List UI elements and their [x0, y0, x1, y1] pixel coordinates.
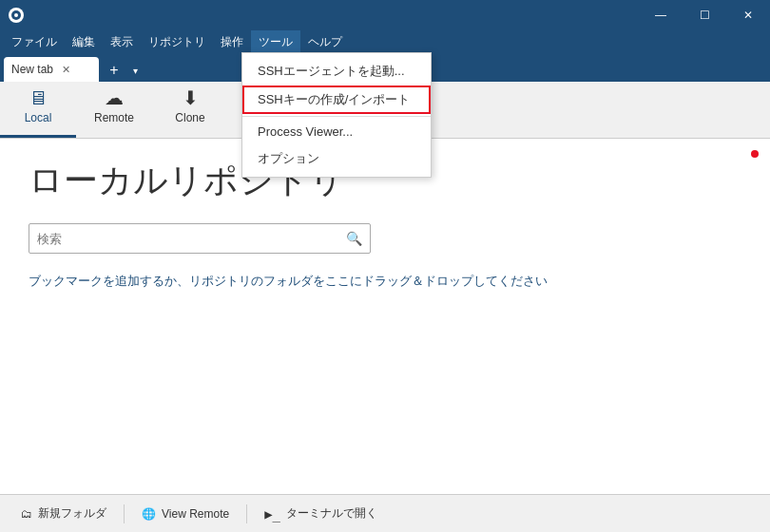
search-icon: 🔍 [346, 231, 362, 246]
new-folder-button[interactable]: 🗂 新規フォルダ [10, 501, 118, 527]
tab-close-button[interactable]: ✕ [59, 63, 73, 77]
search-box[interactable]: 🔍 [29, 223, 371, 254]
clone-icon: ⬇ [183, 88, 199, 107]
view-remote-button[interactable]: 🌐 View Remote [130, 501, 241, 527]
nav-clone[interactable]: ⬇ Clone [152, 82, 228, 138]
open-terminal-label: ターミナルで開く [286, 505, 377, 522]
menu-edit[interactable]: 編集 [65, 30, 103, 53]
terminal-icon: ▶_ [264, 506, 280, 522]
menu-bar: ファイル 編集 表示 リポジトリ 操作 ツール ヘルプ [0, 30, 770, 53]
view-remote-icon: 🌐 [142, 507, 156, 521]
view-remote-label: View Remote [162, 507, 229, 521]
nav-clone-label: Clone [175, 111, 204, 124]
svg-point-2 [14, 13, 18, 17]
open-terminal-button[interactable]: ▶_ ターミナルで開く [253, 501, 389, 527]
window-controls: — ☐ ✕ [639, 0, 770, 30]
new-tab-button[interactable]: + [103, 59, 125, 82]
content-area: ローカルリポジトリ 🔍 ブックマークを追加するか、リポジトリのフォルダをここにド… [0, 139, 770, 494]
tools-dropdown-menu: SSHエージェントを起動... SSHキーの作成/インポート Process V… [241, 52, 432, 178]
title-bar-left [8, 7, 25, 24]
sourcetree-icon [8, 7, 25, 24]
minimize-button[interactable]: — [639, 0, 683, 30]
nav-local-label: Local [25, 111, 52, 124]
bookmark-hint: ブックマークを追加するか、リポジトリのフォルダをここにドラッグ＆ドロップしてくだ… [29, 273, 741, 290]
tab-label: New tab [11, 63, 53, 76]
new-folder-icon: 🗂 [21, 507, 32, 521]
bottom-separator-2 [246, 504, 247, 523]
maximize-button[interactable]: ☐ [683, 0, 726, 30]
bottom-separator-1 [124, 504, 125, 523]
menu-file[interactable]: ファイル [4, 30, 65, 53]
tab-dropdown-button[interactable]: ▾ [125, 59, 144, 82]
menu-tools[interactable]: ツール [251, 30, 300, 53]
search-input[interactable] [37, 232, 346, 246]
remote-icon: ☁ [105, 88, 124, 107]
menu-options[interactable]: オプション [242, 144, 431, 173]
local-icon: 🖥 [29, 88, 48, 107]
menu-separator [242, 116, 431, 117]
menu-ssh-agent[interactable]: SSHエージェントを起動... [242, 57, 431, 86]
menu-process-viewer[interactable]: Process Viewer... [242, 119, 431, 144]
title-bar: — ☐ ✕ [0, 0, 770, 30]
nav-remote-label: Remote [94, 111, 134, 124]
nav-remote[interactable]: ☁ Remote [76, 82, 152, 138]
menu-actions[interactable]: 操作 [213, 30, 251, 53]
menu-ssh-key[interactable]: SSHキーの作成/インポート [242, 86, 431, 114]
menu-view[interactable]: 表示 [103, 30, 141, 53]
close-button[interactable]: ✕ [726, 0, 770, 30]
new-folder-label: 新規フォルダ [38, 505, 106, 522]
notification-dot [751, 150, 759, 158]
nav-local[interactable]: 🖥 Local [0, 82, 76, 138]
menu-help[interactable]: ヘルプ [300, 30, 350, 53]
menu-repository[interactable]: リポジトリ [141, 30, 213, 53]
tab-new-tab[interactable]: New tab ✕ [4, 57, 99, 82]
bottom-bar: 🗂 新規フォルダ 🌐 View Remote ▶_ ターミナルで開く [0, 494, 770, 532]
